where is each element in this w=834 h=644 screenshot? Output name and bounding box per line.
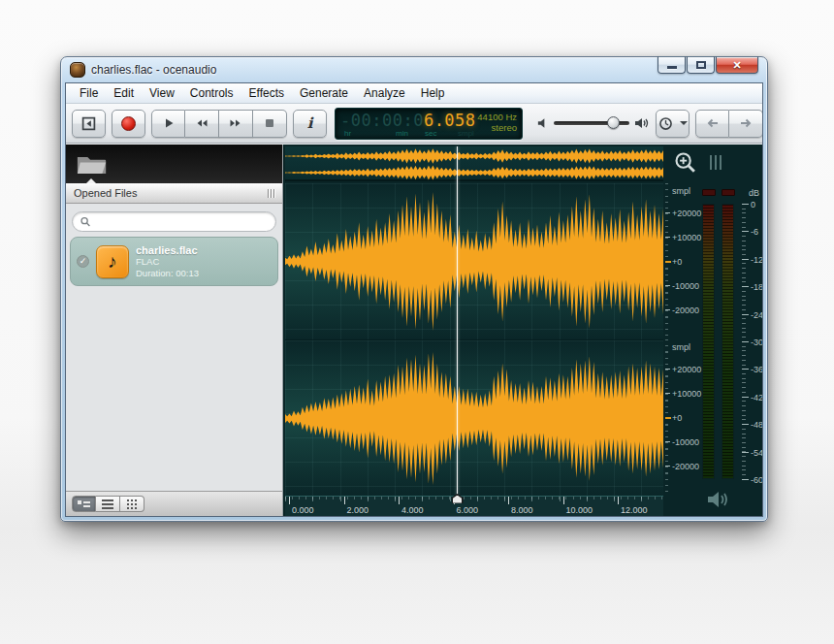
overview-waveform — [285, 146, 663, 181]
maximize-button[interactable] — [687, 56, 715, 74]
minimize-button[interactable] — [658, 56, 686, 74]
app-icon — [70, 62, 85, 78]
db-tick — [742, 341, 749, 342]
waveform-left — [285, 183, 663, 339]
volume-control — [536, 116, 650, 130]
hr-label: hr — [344, 129, 351, 138]
sidebar: Opened Files ✓ ♪ charlies.flac FLAC — [66, 145, 283, 516]
menu-item-file[interactable]: File — [72, 83, 106, 103]
chevron-down-icon — [680, 121, 688, 125]
rewind-button[interactable] — [185, 110, 219, 138]
db-tick — [742, 424, 749, 425]
db-tick — [742, 259, 749, 260]
channel-right[interactable] — [285, 339, 663, 496]
grid-view-icon — [127, 499, 129, 501]
time-display: -00:00:06.058 44100 Hz stereo hr min sec… — [335, 108, 523, 140]
level-meters: dB 0-6-12-18-24-30-36-42-48-54-60 — [698, 183, 762, 516]
db-tick — [742, 231, 749, 232]
time-digits: -00:00:06.058 — [340, 111, 476, 130]
db-label: -6 — [751, 227, 758, 237]
scale-tick — [665, 393, 670, 394]
time-format-button[interactable] — [656, 110, 690, 138]
window-title: charlies.flac - ocenaudio — [91, 63, 216, 77]
amplitude-scale-channel: smpl+20000+10000+0-10000-20000 — [665, 183, 698, 339]
volume-slider[interactable] — [554, 121, 629, 125]
volume-slider-thumb[interactable] — [607, 116, 620, 129]
db-tick — [742, 286, 749, 287]
sample-rate-readout: 44100 Hz stereo — [477, 112, 517, 134]
folder-icon[interactable] — [76, 151, 109, 177]
view-details-button[interactable] — [72, 496, 96, 512]
monitor-speaker-icon[interactable] — [706, 489, 731, 510]
close-button[interactable]: ✕ — [716, 56, 758, 74]
go-to-start-icon — [81, 116, 96, 131]
panel-notch — [86, 178, 96, 183]
scale-label: +10000 — [672, 233, 701, 242]
file-duration: Duration: 00:13 — [136, 268, 199, 279]
meter-bar-left — [702, 204, 715, 479]
menu-item-analyze[interactable]: Analyze — [356, 83, 413, 103]
db-label: -12 — [751, 255, 763, 265]
db-label: 0 — [751, 200, 755, 209]
menu-item-help[interactable]: Help — [413, 83, 453, 103]
ruler-label: 6.000 — [457, 505, 479, 515]
search-input[interactable] — [95, 216, 269, 228]
db-tick — [742, 314, 749, 315]
db-label: -48 — [751, 420, 763, 430]
db-tick — [742, 369, 749, 370]
panel-header[interactable]: Opened Files — [66, 183, 282, 204]
play-button[interactable] — [151, 110, 185, 138]
search-box[interactable] — [72, 211, 276, 232]
ruler-tick — [399, 497, 400, 504]
db-tick — [742, 397, 749, 398]
clock-icon — [658, 116, 673, 131]
rewind-icon — [194, 116, 209, 130]
menu-item-edit[interactable]: Edit — [106, 83, 142, 103]
stop-button[interactable] — [253, 110, 287, 138]
sidebar-toolbar — [66, 145, 282, 183]
waveform-overview[interactable] — [285, 146, 663, 181]
record-button[interactable] — [112, 110, 145, 138]
ruler-label: 10.000 — [566, 505, 593, 515]
scale-label: +20000 — [672, 365, 701, 374]
info-button[interactable]: i — [293, 110, 327, 138]
arrow-right-icon — [738, 116, 754, 130]
db-label: -24 — [751, 310, 763, 320]
scale-label: +20000 — [672, 209, 701, 218]
view-grid-button[interactable] — [120, 496, 144, 512]
ruler-tick — [618, 497, 619, 504]
undo-back-button[interactable] — [695, 110, 729, 138]
waveform-editor: 0.0002.0004.0006.0008.00010.00012.000 sm… — [283, 145, 762, 516]
menu-item-generate[interactable]: Generate — [292, 83, 356, 103]
zoom-in-icon[interactable] — [673, 150, 698, 176]
view-list-button[interactable] — [96, 496, 120, 512]
close-icon: ✕ — [732, 59, 741, 72]
db-label: -54 — [751, 448, 763, 458]
panel-resize-grip-icon[interactable] — [710, 155, 724, 170]
panel-grip-icon[interactable] — [266, 189, 274, 198]
desktop: { "window": { "title": "charlies.flac - … — [0, 0, 834, 644]
ruler-label: 4.000 — [401, 505, 424, 515]
view-mode-bar — [66, 491, 282, 516]
time-ruler[interactable]: 0.0002.0004.0006.0008.00010.00012.000 — [285, 496, 663, 517]
menu-item-controls[interactable]: Controls — [182, 83, 241, 103]
ruler-label: 2.000 — [347, 505, 369, 515]
menu-item-effects[interactable]: Effects — [241, 83, 292, 103]
clip-led-left — [702, 189, 716, 196]
playhead-cursor[interactable] — [457, 146, 458, 496]
scale-tick — [665, 466, 670, 467]
file-list-item[interactable]: ✓ ♪ charlies.flac FLAC Duration: 00:13 — [70, 237, 278, 286]
waveform-channels[interactable] — [285, 183, 663, 496]
ruler-tick — [344, 497, 345, 504]
speaker-low-icon — [536, 116, 549, 130]
channel-left[interactable] — [285, 183, 663, 339]
title-bar[interactable]: charlies.flac - ocenaudio ✕ — [61, 57, 767, 82]
redo-forward-button[interactable] — [729, 110, 763, 138]
fast-forward-button[interactable] — [219, 110, 253, 138]
scale-label: +10000 — [672, 389, 701, 399]
db-label: -60 — [751, 475, 763, 485]
amplitude-scale-channel: smpl+20000+10000+0-10000-20000 — [665, 339, 698, 496]
go-to-start-button[interactable] — [72, 110, 106, 138]
menu-item-view[interactable]: View — [142, 83, 182, 103]
music-note-icon: ♪ — [108, 251, 117, 273]
